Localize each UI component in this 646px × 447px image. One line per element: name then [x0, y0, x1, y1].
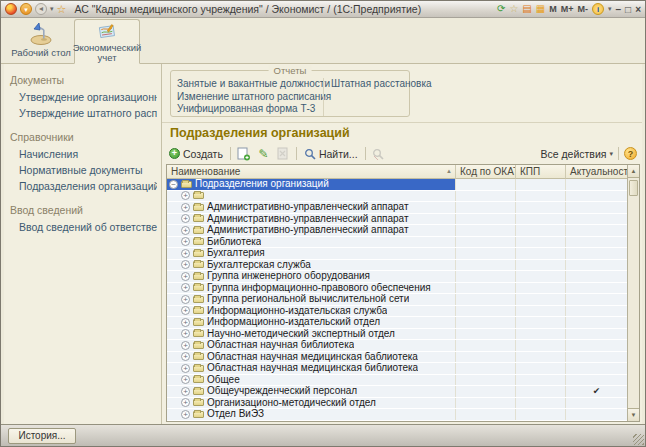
favorites-star-icon[interactable]: ☆	[57, 4, 67, 15]
sidebar-item[interactable]: Утверждение организационной структ...	[10, 89, 157, 105]
resize-grip-icon[interactable]	[633, 434, 644, 445]
report-link[interactable]: Изменение штатного расписания	[177, 91, 323, 104]
create-button[interactable]: + Создать	[167, 147, 225, 161]
cell-kpp[interactable]	[516, 421, 566, 422]
table-row[interactable]: +Научно-методический экспертный отдел	[167, 329, 627, 341]
cell-actuality[interactable]	[566, 409, 627, 420]
table-row[interactable]: +Областная научная медицинская библиотек…	[167, 363, 627, 375]
calc-m-button[interactable]: M	[549, 4, 557, 14]
column-header-okato[interactable]: Код по ОКАТО	[456, 165, 516, 179]
cell-kpp[interactable]	[516, 237, 566, 248]
cell-okato[interactable]	[456, 283, 516, 294]
cell-actuality[interactable]	[566, 375, 627, 386]
cell-kpp[interactable]	[516, 191, 566, 202]
cell-kpp[interactable]	[516, 202, 566, 213]
info-icon[interactable]: i	[592, 3, 604, 15]
cell-kpp[interactable]	[516, 294, 566, 305]
cell-name[interactable]: +Организационо-методический отдел	[167, 398, 456, 409]
table-row[interactable]: +Бухгалтерия	[167, 248, 627, 260]
column-header-kpp[interactable]: КПП	[516, 165, 566, 179]
refresh-icon[interactable]: ⟳	[497, 4, 505, 14]
cell-okato[interactable]	[456, 329, 516, 340]
help-icon[interactable]: ?	[624, 147, 637, 160]
scrollbar-track[interactable]	[628, 196, 639, 408]
cell-okato[interactable]	[456, 294, 516, 305]
table-row[interactable]: +Общее	[167, 375, 627, 387]
column-header-name[interactable]: Наименование ▲	[167, 165, 456, 179]
table-row[interactable]: +Организационо-методический отдел	[167, 398, 627, 410]
cell-name[interactable]: +Информационно-издательская служба	[167, 306, 456, 317]
report-link[interactable]: Штатная расстановка	[331, 78, 432, 91]
scrollbar-thumb[interactable]	[629, 180, 638, 196]
info-dropdown-icon[interactable]: ▾	[608, 5, 612, 13]
cell-actuality[interactable]: ✔	[566, 386, 627, 397]
maximize-button[interactable]: □	[625, 4, 631, 15]
cell-kpp[interactable]	[516, 306, 566, 317]
tab-desktop[interactable]: Рабочий стол	[8, 19, 74, 63]
history-dropdown-icon[interactable]: ▾	[50, 5, 54, 13]
expand-icon[interactable]: +	[181, 191, 190, 200]
sidebar-item[interactable]: Ввод сведений об ответственных лица...	[10, 219, 157, 235]
cell-actuality[interactable]	[566, 237, 627, 248]
cell-okato[interactable]	[456, 237, 516, 248]
all-actions-button[interactable]: Все действия ▾	[540, 148, 613, 160]
expand-icon[interactable]: +	[181, 260, 190, 269]
table-row[interactable]: +Группа инженерного оборудования	[167, 271, 627, 283]
cell-kpp[interactable]	[516, 283, 566, 294]
cell-name[interactable]: +Административно-управленческий аппарат	[167, 202, 456, 213]
cell-name[interactable]: +Областная научная библиотека	[167, 340, 456, 351]
table-row[interactable]: +Областная научная библиотека	[167, 340, 627, 352]
cell-name[interactable]: +Научно-методический экспертный отдел	[167, 329, 456, 340]
calendar-icon[interactable]: ▦	[536, 4, 545, 14]
cell-okato[interactable]	[456, 306, 516, 317]
back-icon[interactable]: ◂	[35, 3, 47, 15]
table-row[interactable]: +Отдел ВиЭЗ	[167, 409, 627, 421]
sidebar-item[interactable]: Подразделения организаций	[10, 178, 157, 194]
history-button[interactable]: История...	[8, 428, 76, 444]
cell-actuality[interactable]	[566, 271, 627, 282]
cell-name[interactable]: +Общее	[167, 375, 456, 386]
cell-name[interactable]: +Группа региональной вычислительной сети	[167, 294, 456, 305]
expand-icon[interactable]: +	[181, 249, 190, 258]
table-row[interactable]: +Группа региональной вычислительной сети	[167, 294, 627, 306]
expand-icon[interactable]: +	[181, 364, 190, 373]
cell-okato[interactable]	[456, 363, 516, 374]
cell-kpp[interactable]	[516, 386, 566, 397]
edit-pencil-icon[interactable]: ✎	[256, 146, 271, 161]
cell-okato[interactable]	[456, 386, 516, 397]
table-row[interactable]: +Административно-управленческий аппарат	[167, 214, 627, 226]
expand-icon[interactable]: +	[181, 272, 190, 281]
expand-icon[interactable]: +	[181, 387, 190, 396]
cell-name[interactable]: +Общеучрежденческий персонал	[167, 386, 456, 397]
cell-okato[interactable]	[456, 202, 516, 213]
expand-icon[interactable]: +	[181, 410, 190, 419]
cell-okato[interactable]	[456, 248, 516, 259]
table-row[interactable]: +Административно-управленческий аппарат	[167, 202, 627, 214]
cell-name[interactable]: +Информационно-издательский отдел	[167, 317, 456, 328]
minimize-button[interactable]: –	[616, 4, 622, 15]
expand-icon[interactable]: +	[181, 203, 190, 212]
cell-name[interactable]: +Отдел внедрения и совершенст.мед.подсис…	[167, 421, 456, 422]
cell-actuality[interactable]	[566, 340, 627, 351]
calc-m-minus-button[interactable]: M-	[578, 4, 589, 14]
table-row[interactable]: −Подразделения организаций	[167, 179, 627, 191]
cell-actuality[interactable]	[566, 248, 627, 259]
main-menu-dropdown-icon[interactable]: ▾	[20, 3, 32, 15]
cell-name[interactable]: +Отдел ВиЭЗ	[167, 409, 456, 420]
cell-kpp[interactable]	[516, 340, 566, 351]
calc-m-plus-button[interactable]: M+	[561, 4, 574, 14]
sidebar-item[interactable]: Утверждение штатного расписания ор...	[10, 105, 157, 121]
expand-icon[interactable]: +	[181, 341, 190, 350]
cell-name[interactable]: −Подразделения организаций	[167, 179, 456, 190]
cell-okato[interactable]	[456, 214, 516, 225]
cell-kpp[interactable]	[516, 260, 566, 271]
cell-name[interactable]: +Группа инженерного оборудования	[167, 271, 456, 282]
cell-name[interactable]: +Группа информационно-правового обеспече…	[167, 283, 456, 294]
cell-name[interactable]: +Бухгалтерская служба	[167, 260, 456, 271]
delete-icon[interactable]	[276, 146, 291, 161]
cell-kpp[interactable]	[516, 363, 566, 374]
expand-icon[interactable]: +	[181, 329, 190, 338]
vertical-scrollbar[interactable]: ▲ ▼	[627, 165, 639, 421]
cell-actuality[interactable]	[566, 352, 627, 363]
cell-okato[interactable]	[456, 352, 516, 363]
